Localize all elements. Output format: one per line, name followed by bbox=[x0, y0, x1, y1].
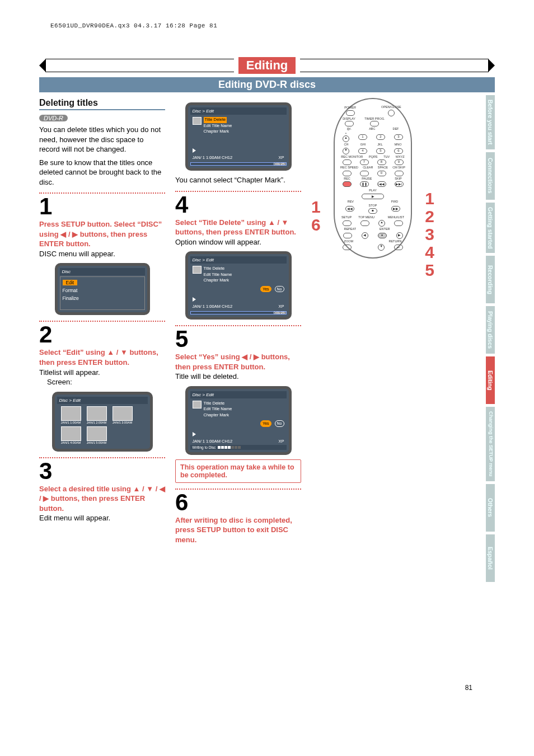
page-number: 81 bbox=[465, 684, 472, 692]
step-2-instruction: Select “Edit” using ▲ / ▼ buttons, then … bbox=[39, 348, 158, 367]
remote-zoom-button bbox=[343, 245, 352, 250]
remote-recmon-button bbox=[343, 159, 352, 165]
edit-c-item: Chapter Mark bbox=[204, 412, 284, 419]
tab-getting-started[interactable]: Getting started bbox=[486, 203, 495, 253]
writing-label: Writing to Disc bbox=[193, 445, 216, 449]
tab-before-you-start[interactable]: Before you start bbox=[486, 95, 495, 149]
edit-b-breadcrumb: Disc > Edit bbox=[190, 256, 287, 264]
edit-a-item: Title Delete bbox=[204, 117, 227, 123]
remote-topmenu-button bbox=[360, 220, 369, 226]
remote-num-7: 7 bbox=[360, 159, 369, 165]
edit-c-item: Title Delete bbox=[204, 401, 284, 407]
tab-recording[interactable]: Recording bbox=[486, 256, 495, 303]
remote-pause-button: ❚❚ bbox=[360, 181, 369, 187]
play-icon bbox=[193, 297, 196, 302]
step-3-instruction: Select a desired title using ▲ / ▼ / ◀ /… bbox=[39, 485, 165, 513]
chapter-tabs: Before you start Connections Getting sta… bbox=[486, 95, 495, 582]
chapter-subtitle: Editing DVD-R discs bbox=[39, 77, 495, 92]
intro-p2: Be sure to know that the titles once del… bbox=[39, 158, 165, 187]
progress-bar: 0:01:25 bbox=[190, 311, 287, 314]
intro-p1: You can delete titles which you do not n… bbox=[39, 125, 165, 154]
edit-c-item: Edit Title Name bbox=[204, 406, 284, 412]
remote-num-2: 2 bbox=[376, 134, 385, 140]
edit-c-footer-mode: XP bbox=[278, 439, 284, 444]
yes-button: Yes bbox=[260, 286, 271, 293]
step-divider bbox=[175, 191, 301, 192]
remote-num-1: 1 bbox=[358, 134, 367, 140]
remote-callouts-left: 1 6 bbox=[311, 199, 321, 233]
remote-menulist-button bbox=[394, 220, 403, 226]
step-divider bbox=[175, 489, 301, 490]
tab-others[interactable]: Others bbox=[486, 484, 495, 532]
step-4-pre: You cannot select “Chapter Mark”. bbox=[175, 175, 301, 185]
step-4-result: Option window will appear. bbox=[175, 237, 301, 247]
step-number-1: 1 bbox=[39, 195, 165, 218]
progress-bar: 0:01:25 bbox=[190, 162, 287, 166]
remote-cmskip-button bbox=[395, 171, 404, 176]
remote-stop-button: ■ bbox=[368, 208, 377, 214]
edit-b-item: Chapter Mark bbox=[204, 278, 284, 284]
remote-num-6: 6 bbox=[394, 148, 403, 154]
disc-screen-title: Disc bbox=[60, 268, 145, 275]
edit-a-footer-date: JAN/ 1 1:00AM CH12 bbox=[193, 155, 233, 160]
remote-num-8: 8 bbox=[377, 159, 386, 165]
remote-enter-button: ● bbox=[378, 233, 387, 238]
banner-arrow-right-icon bbox=[488, 59, 495, 72]
tab-changing-setup[interactable]: Changing the SETUP menu bbox=[486, 407, 495, 481]
disc-menu-item: Edit bbox=[63, 280, 78, 285]
step-4-instruction: Select “Title Delete” using ▲ / ▼ button… bbox=[175, 218, 296, 237]
no-button: No bbox=[275, 286, 284, 293]
step-number-3: 3 bbox=[39, 459, 165, 483]
remote-repeat-button bbox=[343, 233, 352, 238]
step-6-instruction: After writing to disc is completed, pres… bbox=[175, 516, 292, 544]
tab-editing[interactable]: Editing bbox=[486, 356, 495, 404]
remote-setup-button bbox=[343, 220, 352, 226]
remote-skipback-button: |◀◀ bbox=[377, 181, 386, 187]
edit-a-item: Edit Title Name bbox=[204, 123, 284, 129]
title-thumbnail: JAN/1 2:00AM bbox=[85, 406, 109, 424]
remote-skipfwd-button: ▶▶| bbox=[395, 181, 404, 187]
edit-b-footer-mode: XP bbox=[278, 304, 284, 309]
tab-espanol[interactable]: Español bbox=[486, 534, 495, 582]
remote-num-0: 0 bbox=[377, 171, 386, 176]
disc-menu-item: Format bbox=[63, 287, 142, 295]
section-heading: Deleting titles bbox=[39, 98, 165, 110]
chapter-title-banner: Editing bbox=[39, 57, 495, 74]
remote-num-9: 9 bbox=[395, 159, 404, 165]
step-number-2: 2 bbox=[39, 323, 165, 346]
step-3-result: Edit menu will appear. bbox=[39, 513, 165, 523]
edit-b-footer-date: JAN/ 1 1:00AM CH12 bbox=[193, 304, 233, 309]
edit-menu-screen-b: Disc > Edit Title Delete Edit Title Name… bbox=[185, 251, 292, 320]
remote-power-button bbox=[346, 110, 355, 116]
edit-c-footer-date: JAN/ 1 1:00AM CH12 bbox=[193, 439, 233, 444]
play-icon bbox=[193, 432, 196, 436]
title-thumbnail: JAN/1 1:00AM bbox=[59, 406, 83, 424]
title-thumbnail: JAN/1 4:00AM bbox=[59, 426, 83, 444]
remote-up-button: ▲ bbox=[378, 220, 385, 227]
titlelist-screen: Disc > Edit JAN/1 1:00AM JAN/1 2:00AM JA… bbox=[52, 392, 153, 452]
disc-menu-item: Finalize bbox=[63, 295, 142, 303]
warning-note: This operation may take a while to be co… bbox=[175, 459, 301, 483]
step-2-result: Titlelist will appear. bbox=[39, 368, 165, 378]
step-5-result: Title will be deleted. bbox=[175, 372, 301, 382]
edit-a-breadcrumb: Disc > Edit bbox=[190, 107, 287, 115]
title-thumbnail: JAN/1 5:00AM bbox=[85, 426, 109, 444]
remote-control-diagram: POWER OPEN/CLOSE DISPLAY TIMER PROG. @/.… bbox=[334, 98, 412, 259]
remote-num-3: 3 bbox=[394, 134, 403, 140]
step-divider bbox=[39, 321, 165, 322]
tab-connections[interactable]: Connections bbox=[486, 152, 495, 200]
edit-a-item: Chapter Mark bbox=[204, 129, 284, 135]
remote-recspeed-button bbox=[343, 171, 352, 176]
remote-rev-button: ◀◀ bbox=[345, 206, 354, 212]
remote-timer-button bbox=[370, 121, 379, 126]
tab-playing-discs[interactable]: Playing discs bbox=[486, 306, 495, 354]
remote-chup-button: ▲ bbox=[343, 135, 349, 142]
no-button: No bbox=[275, 420, 284, 427]
remote-rec-button bbox=[343, 181, 352, 187]
titlelist-breadcrumb: Disc > Edit bbox=[57, 397, 148, 404]
step-1-result: DISC menu will appear. bbox=[39, 249, 165, 259]
step-number-4: 4 bbox=[175, 193, 301, 217]
remote-down-button: ▼ bbox=[378, 244, 385, 251]
remote-return-button: ↩ bbox=[394, 245, 403, 250]
edit-b-item: Title Delete bbox=[204, 266, 284, 272]
